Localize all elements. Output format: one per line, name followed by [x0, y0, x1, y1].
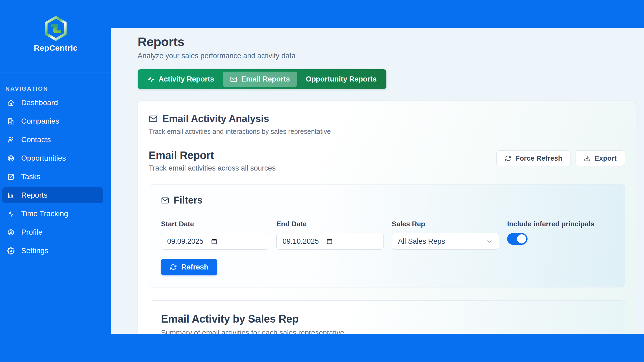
sidebar-item-label: Profile [21, 228, 42, 237]
target-icon [7, 155, 14, 162]
tab-email-reports[interactable]: Email Reports [223, 72, 297, 87]
sidebar-item-label: Time Tracking [21, 209, 68, 218]
mail-icon [161, 196, 169, 205]
export-label: Export [595, 154, 617, 162]
tab-label: Email Reports [241, 75, 290, 83]
tab-label: Opportunity Reports [306, 75, 377, 83]
calendar-icon[interactable] [211, 238, 217, 245]
start-date-field-group: Start Date 09.09.2025 [161, 220, 268, 250]
refresh-label: Refresh [181, 263, 208, 271]
filters-card: Filters Start Date 09.09.2025 End Date 0… [149, 184, 625, 287]
sidebar: RepCentric NAVIGATION Dashboard Companie… [0, 0, 111, 362]
check-square-icon [7, 173, 14, 180]
tab-opportunity-reports[interactable]: Opportunity Reports [299, 72, 384, 87]
activity-icon [147, 76, 155, 83]
sidebar-item-time-tracking[interactable]: Time Tracking [2, 206, 103, 222]
activity-by-rep-subtitle: Summary of email activities for each sal… [161, 329, 613, 334]
users-icon [7, 136, 14, 143]
include-inferred-toggle[interactable] [507, 233, 528, 245]
refresh-icon [170, 264, 177, 271]
tab-label: Activity Reports [159, 75, 214, 83]
sales-rep-field-group: Sales Rep All Sales Reps [392, 220, 499, 250]
sales-rep-value: All Sales Reps [398, 237, 445, 246]
analysis-subtitle: Track email activities and interactions … [149, 128, 625, 135]
sidebar-item-companies[interactable]: Companies [2, 113, 103, 129]
sidebar-item-label: Contacts [21, 135, 51, 144]
home-icon [7, 99, 14, 106]
sidebar-item-tasks[interactable]: Tasks [2, 169, 103, 185]
nav-section-label: NAVIGATION [5, 85, 103, 92]
sidebar-divider [0, 72, 111, 72]
sidebar-item-label: Tasks [21, 172, 41, 181]
repcentric-logo-icon [43, 16, 69, 41]
end-date-value: 09.10.2025 [283, 237, 319, 246]
sidebar-item-label: Settings [21, 246, 48, 255]
start-date-input[interactable]: 09.09.2025 [161, 233, 268, 250]
gear-icon [7, 247, 14, 254]
email-activity-by-rep-card: Email Activity by Sales Rep Summary of e… [149, 300, 625, 334]
sidebar-nav: NAVIGATION Dashboard Companies Contacts … [0, 85, 111, 259]
page-title: Reports [138, 34, 636, 49]
refresh-button[interactable]: Refresh [161, 259, 217, 275]
sidebar-item-reports[interactable]: Reports [2, 187, 103, 203]
force-refresh-button[interactable]: Force Refresh [496, 150, 571, 166]
export-button[interactable]: Export [576, 150, 625, 166]
sidebar-item-label: Companies [21, 117, 59, 125]
refresh-icon [505, 155, 511, 162]
tab-activity-reports[interactable]: Activity Reports [140, 72, 221, 87]
app-name: RepCentric [34, 43, 78, 53]
main-content: Reports Analyze your sales performance a… [111, 28, 644, 334]
mail-icon [230, 76, 237, 83]
email-report-subtitle: Track email activities across all source… [149, 164, 276, 172]
bar-chart-icon [7, 192, 14, 199]
force-refresh-label: Force Refresh [515, 154, 562, 162]
end-date-input[interactable]: 09.10.2025 [276, 233, 384, 250]
start-date-label: Start Date [161, 220, 268, 228]
page-subtitle: Analyze your sales performance and activ… [138, 52, 636, 60]
email-activity-analysis-card: Email Activity Analysis Track email acti… [138, 101, 636, 334]
activity-by-rep-title: Email Activity by Sales Rep [161, 313, 613, 325]
logo-block: RepCentric [0, 0, 111, 53]
sidebar-item-label: Reports [21, 191, 47, 200]
analysis-title: Email Activity Analysis [162, 113, 269, 124]
activity-icon [7, 210, 14, 217]
sidebar-item-dashboard[interactable]: Dashboard [2, 95, 103, 111]
download-icon [584, 155, 591, 162]
user-circle-icon [7, 229, 14, 236]
sidebar-item-settings[interactable]: Settings [2, 243, 103, 259]
sidebar-item-label: Dashboard [21, 98, 58, 107]
sidebar-item-label: Opportunities [21, 154, 66, 162]
sidebar-item-opportunities[interactable]: Opportunities [2, 150, 103, 166]
end-date-label: End Date [276, 220, 384, 228]
include-inferred-label: Include inferred principals [507, 220, 613, 228]
report-tabs: Activity Reports Email Reports Opportuni… [138, 69, 386, 89]
toggle-knob [517, 234, 526, 243]
start-date-value: 09.09.2025 [167, 237, 203, 246]
email-report-title: Email Report [149, 149, 276, 161]
mail-icon [149, 114, 158, 123]
chevron-down-icon [486, 238, 493, 245]
include-inferred-field-group: Include inferred principals [507, 220, 613, 250]
sales-rep-label: Sales Rep [392, 220, 499, 228]
calendar-icon[interactable] [326, 238, 333, 245]
sidebar-item-profile[interactable]: Profile [2, 224, 103, 240]
filters-title: Filters [174, 195, 203, 206]
sidebar-item-contacts[interactable]: Contacts [2, 132, 103, 148]
sales-rep-select[interactable]: All Sales Reps [392, 233, 499, 250]
building-icon [7, 118, 14, 125]
end-date-field-group: End Date 09.10.2025 [276, 220, 384, 250]
